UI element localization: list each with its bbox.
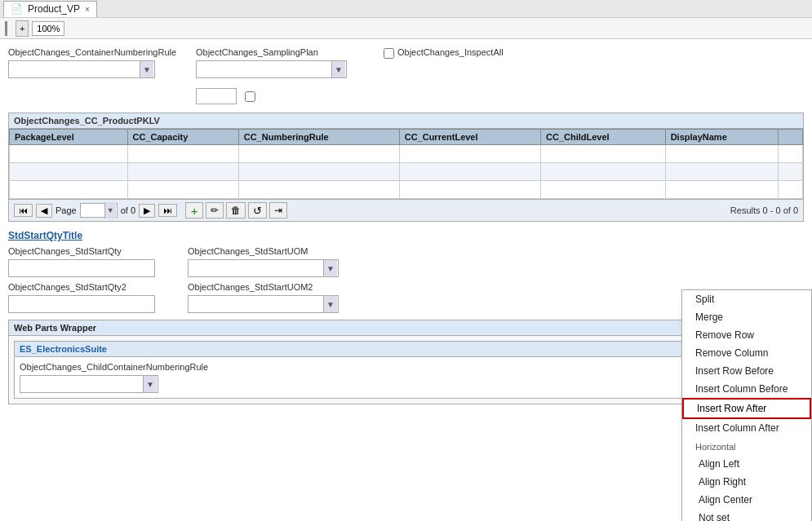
- edit-row-button[interactable]: ✏: [206, 202, 224, 219]
- container-numbering-rule-label: ObjectChanges_ContainerNumberingRule: [8, 47, 188, 57]
- container-numbering-rule-select[interactable]: [8, 60, 155, 78]
- col-cc-numbering-rule: CC_NumberingRule: [238, 130, 399, 145]
- page-select[interactable]: [80, 203, 118, 218]
- child-container-select-wrapper: ▼: [20, 375, 158, 393]
- col-package-level: PackageLevel: [10, 130, 128, 145]
- std-start-qty2-input[interactable]: [8, 295, 155, 313]
- inspect-all-checkbox[interactable]: [384, 48, 394, 59]
- sampling-plan-label: ObjectChanges_SamplingPlan: [196, 47, 375, 57]
- std-start-qty-title[interactable]: StdStartQtyTitle: [8, 230, 804, 241]
- std-start-uom-select-wrapper: ▼: [188, 259, 339, 277]
- std-start-qty2-label: ObjectChanges_StdStartQty2: [8, 282, 180, 292]
- sampling-plan-select-wrapper: ▼: [196, 60, 347, 78]
- pagination-bar: ⏮ ◀ Page ▼ of 0 ▶ ⏭ + ✏ 🗑 ↺ ⇥ Results 0 …: [9, 199, 803, 221]
- menu-item-horizontal: Horizontal: [682, 437, 811, 455]
- col-cc-capacity: CC_Capacity: [127, 130, 238, 145]
- sampling-plan-select[interactable]: [196, 60, 347, 78]
- child-container-select[interactable]: [20, 375, 158, 393]
- table-row: [10, 145, 803, 163]
- prev-page-button[interactable]: ◀: [36, 204, 52, 218]
- menu-item-align-right[interactable]: Align Right: [682, 473, 811, 491]
- std-start-uom-label: ObjectChanges_StdStartUOM: [188, 246, 367, 256]
- refresh-button[interactable]: ↺: [248, 202, 267, 219]
- std-start-uom2-select[interactable]: [188, 295, 339, 313]
- menu-item-not-set[interactable]: Not set: [682, 509, 811, 521]
- col-display-name: DisplayName: [665, 130, 778, 145]
- inspect-all-label: ObjectChanges_InspectAll: [397, 47, 504, 57]
- context-menu: Split Merge Remove Row Remove Column Ins…: [681, 289, 812, 521]
- cc-product-pklv-header: ObjectChanges_CC_ProductPKLV: [9, 113, 803, 129]
- inspect-all-group: ObjectChanges_InspectAll: [384, 47, 504, 59]
- last-page-button[interactable]: ⏭: [158, 204, 177, 217]
- page-label: Page: [55, 205, 77, 215]
- extra-checkbox[interactable]: [245, 91, 255, 102]
- zoom-input[interactable]: [32, 21, 64, 36]
- of-label: of 0: [121, 205, 135, 215]
- electronics-suite-header: ES_ElectronicsSuite: [15, 342, 797, 357]
- table-header-row: PackageLevel CC_Capacity CC_NumberingRul…: [10, 130, 803, 145]
- std-start-qty-input[interactable]: [8, 259, 155, 277]
- electronics-suite-box: ES_ElectronicsSuite ObjectChanges_ChildC…: [14, 341, 798, 399]
- toolbar-divider: [5, 21, 7, 36]
- extra-controls-row: [196, 88, 804, 104]
- next-page-button[interactable]: ▶: [139, 204, 155, 218]
- std-start-row-1: ObjectChanges_StdStartQty ObjectChanges_…: [8, 246, 804, 277]
- menu-item-remove-row[interactable]: Remove Row: [682, 326, 811, 344]
- std-start-uom-select[interactable]: [188, 259, 339, 277]
- add-row-button[interactable]: +: [185, 202, 203, 219]
- main-toolbar: +: [0, 18, 812, 39]
- table-row: [10, 163, 803, 181]
- export-button[interactable]: ⇥: [269, 202, 287, 219]
- cc-product-pklv-section: ObjectChanges_CC_ProductPKLV PackageLeve…: [8, 113, 804, 222]
- std-start-uom2-select-wrapper: ▼: [188, 295, 339, 313]
- menu-item-merge[interactable]: Merge: [682, 308, 811, 326]
- std-start-qty-label: ObjectChanges_StdStartQty: [8, 246, 180, 256]
- product-tab[interactable]: 📄 Product_VP ×: [3, 1, 97, 17]
- std-start-uom-group: ObjectChanges_StdStartUOM ▼: [188, 246, 367, 277]
- menu-item-align-center[interactable]: Align Center: [682, 491, 811, 509]
- table-row: [10, 181, 803, 199]
- sampling-plan-group: ObjectChanges_SamplingPlan ▼: [196, 47, 375, 78]
- container-numbering-rule-group: ObjectChanges_ContainerNumberingRule ▼: [8, 47, 188, 78]
- menu-item-remove-column[interactable]: Remove Column: [682, 344, 811, 362]
- pagination-actions: + ✏ 🗑 ↺ ⇥: [185, 202, 287, 219]
- tab-icon: 📄: [11, 3, 23, 15]
- table-wrapper: PackageLevel CC_Capacity CC_NumberingRul…: [9, 129, 803, 199]
- col-cc-current-level: CC_CurrentLevel: [399, 130, 540, 145]
- pklv-table: PackageLevel CC_Capacity CC_NumberingRul…: [9, 129, 803, 199]
- form-row-1: ObjectChanges_ContainerNumberingRule ▼ O…: [8, 47, 804, 78]
- menu-item-insert-column-before[interactable]: Insert Column Before: [682, 380, 811, 398]
- std-start-qty-group: ObjectChanges_StdStartQty: [8, 246, 180, 277]
- menu-item-split[interactable]: Split: [682, 290, 811, 308]
- std-start-uom2-group: ObjectChanges_StdStartUOM2 ▼: [188, 282, 367, 313]
- page-select-wrapper: ▼: [80, 203, 118, 218]
- child-container-group: ObjectChanges_ChildContainerNumberingRul…: [15, 357, 797, 398]
- menu-item-align-left[interactable]: Align Left: [682, 455, 811, 473]
- add-toolbar-button[interactable]: +: [16, 20, 29, 37]
- tab-label: Product_VP: [28, 3, 80, 15]
- tab-close-button[interactable]: ×: [85, 5, 90, 14]
- child-container-label: ObjectChanges_ChildContainerNumberingRul…: [20, 362, 792, 372]
- menu-item-insert-row-before[interactable]: Insert Row Before: [682, 362, 811, 380]
- inspect-all-checkbox-group: ObjectChanges_InspectAll: [384, 47, 504, 59]
- col-extra: [779, 130, 803, 145]
- std-start-qty2-group: ObjectChanges_StdStartQty2: [8, 282, 180, 313]
- menu-item-insert-column-after[interactable]: Insert Column After: [682, 419, 811, 437]
- std-start-uom2-label: ObjectChanges_StdStartUOM2: [188, 282, 367, 292]
- first-page-button[interactable]: ⏮: [14, 204, 33, 217]
- menu-item-insert-row-after[interactable]: Insert Row After: [682, 398, 811, 419]
- container-numbering-rule-select-wrapper: ▼: [8, 60, 155, 78]
- results-label: Results 0 - 0 of 0: [730, 205, 798, 215]
- col-cc-child-level: CC_ChildLevel: [540, 130, 665, 145]
- delete-row-button[interactable]: 🗑: [226, 202, 246, 219]
- extra-text-input[interactable]: [196, 88, 237, 104]
